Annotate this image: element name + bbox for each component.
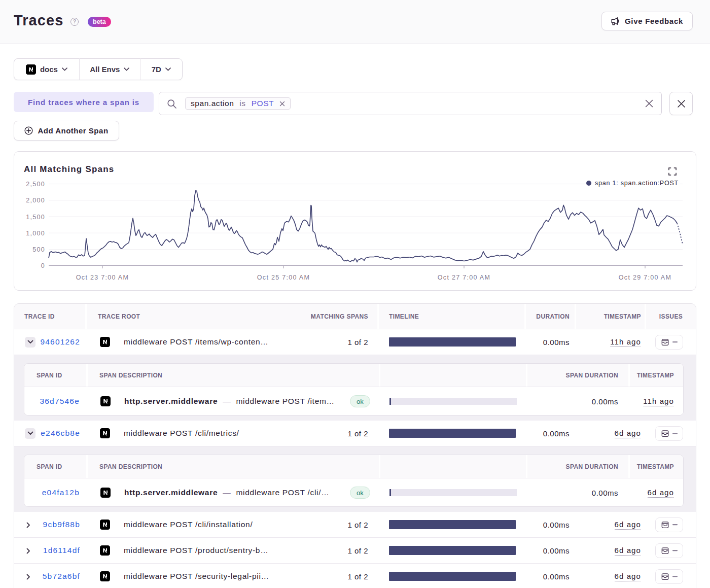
svg-text:Oct 25 7:00 AM: Oct 25 7:00 AM bbox=[257, 274, 310, 281]
svg-text:Oct 23 7:00 AM: Oct 23 7:00 AM bbox=[76, 274, 129, 281]
svg-text:1,000: 1,000 bbox=[26, 230, 45, 237]
svg-text:0: 0 bbox=[41, 262, 45, 269]
svg-text:2,500: 2,500 bbox=[26, 181, 45, 188]
svg-text:Oct 27 7:00 AM: Oct 27 7:00 AM bbox=[438, 274, 490, 281]
svg-text:1,500: 1,500 bbox=[26, 214, 45, 221]
svg-text:Oct 29 7:00 AM: Oct 29 7:00 AM bbox=[619, 274, 671, 281]
svg-text:500: 500 bbox=[32, 246, 45, 253]
svg-text:2,000: 2,000 bbox=[26, 197, 45, 204]
